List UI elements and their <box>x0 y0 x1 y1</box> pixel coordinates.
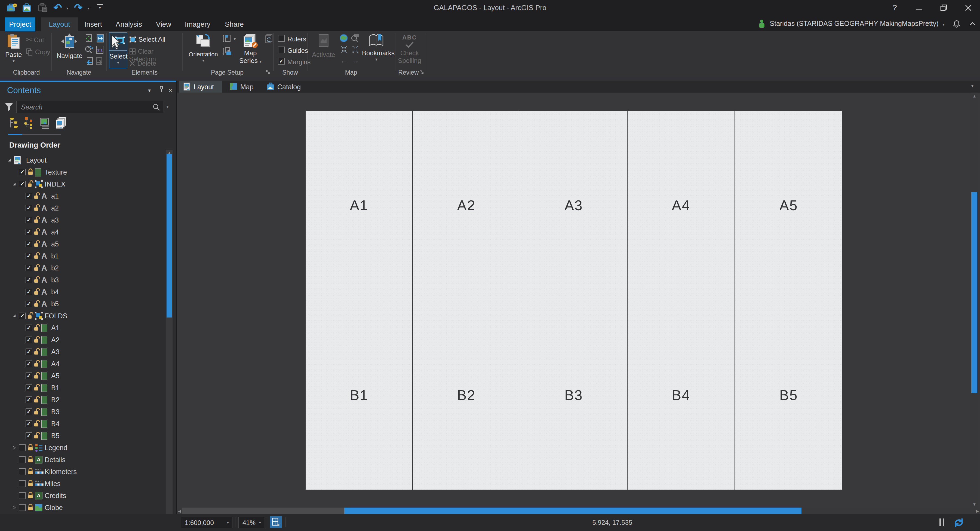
tree-item-b5[interactable]: ✓B5 <box>0 430 166 442</box>
refresh-view-button[interactable] <box>953 517 965 529</box>
map-series-button[interactable]: Map Series ▾ <box>237 32 263 69</box>
tree-item-b1[interactable]: ✓B1 <box>0 382 166 394</box>
vertical-scrollbar[interactable]: ▲ ▼ <box>970 92 978 507</box>
navigate-button[interactable]: Navigate <box>57 32 82 69</box>
tree-item-a4[interactable]: ✓Aa4 <box>0 226 166 238</box>
visibility-checkbox[interactable]: ✓ <box>25 408 32 415</box>
visibility-checkbox[interactable] <box>19 492 25 499</box>
show-toggle-rulers[interactable]: Rulers <box>278 35 305 45</box>
horizontal-scrollbar[interactable]: ◀ ▶ <box>177 507 980 514</box>
tree-item-b1[interactable]: ✓Ab1 <box>0 250 166 262</box>
visibility-checkbox[interactable] <box>19 504 25 511</box>
refresh-series-button[interactable] <box>264 34 274 45</box>
visibility-checkbox[interactable]: ✓ <box>25 277 32 283</box>
scale-dropdown[interactable]: 1:600,000 ▾ <box>181 517 232 528</box>
show-toggle-margins[interactable]: ✓Margins <box>278 57 305 67</box>
ribbon-tab-insert[interactable]: Insert <box>82 18 105 31</box>
minimize-button[interactable] <box>913 2 926 13</box>
scroll-left-icon[interactable]: ◀ <box>178 509 181 513</box>
delete-button[interactable]: Delete <box>129 60 181 70</box>
visibility-checkbox[interactable]: ✓ <box>25 397 32 403</box>
contents-scrollbar[interactable]: ▲ ▼ <box>166 150 173 520</box>
visibility-checkbox[interactable]: ✓ <box>25 205 32 211</box>
visibility-checkbox[interactable]: ✓ <box>25 301 32 307</box>
tree-item-a3[interactable]: ✓Aa3 <box>0 214 166 226</box>
cut-button[interactable]: ✂ Cut <box>26 36 51 46</box>
expand-panes-icon[interactable]: ↖↗↙↘ <box>350 45 360 55</box>
help-button[interactable]: ? <box>889 2 901 13</box>
bookmarks-button[interactable]: Bookmarks ▾ <box>362 32 391 69</box>
review-launcher[interactable] <box>419 69 425 75</box>
scroll-up-icon[interactable]: ▲ <box>972 94 977 98</box>
orientation-button[interactable]: Orientation ▾ <box>187 32 220 69</box>
visibility-checkbox[interactable]: ✓ <box>25 217 32 223</box>
visibility-checkbox[interactable]: ✓ <box>19 181 25 187</box>
tree-item-a3[interactable]: ✓A3 <box>0 346 166 358</box>
collapse-panes-icon[interactable]: ↘↙↗↖ <box>339 45 349 55</box>
account-area[interactable]: Staridas (STARIDAS GEOGRAPHY MakingMapsP… <box>758 19 976 30</box>
tab-overflow-caret-icon[interactable]: ▾ <box>971 83 974 88</box>
page-size-button[interactable]: ▾ <box>223 34 235 45</box>
next-view-button[interactable]: → <box>350 56 360 66</box>
ribbon-tab-imagery[interactable]: Imagery <box>183 18 212 31</box>
visibility-checkbox[interactable]: ✓ <box>25 421 32 427</box>
tree-item-a2[interactable]: ✓A2 <box>0 334 166 346</box>
horizontal-scrollbar-thumb[interactable] <box>344 507 802 514</box>
zoom-to-selected-button[interactable] <box>84 45 94 55</box>
previous-extent-button[interactable] <box>84 56 94 66</box>
collapse-expander-icon[interactable] <box>7 158 11 163</box>
tab-list-by-element-type[interactable] <box>24 116 36 130</box>
collapse-expander-icon[interactable] <box>12 182 16 187</box>
rulers-checkbox[interactable] <box>278 35 285 41</box>
previous-view-button[interactable]: ← <box>339 56 349 66</box>
notifications-bell-icon[interactable] <box>953 20 961 28</box>
check-spelling-button[interactable]: ABC Check Spelling <box>397 32 422 69</box>
ribbon-tab-project[interactable]: Project <box>5 18 35 31</box>
page-setup-launcher[interactable] <box>266 69 271 75</box>
tab-list-by-drawing-order[interactable] <box>8 116 20 130</box>
view-tab-catalog[interactable]: Catalog <box>263 81 308 92</box>
search-options-caret-icon[interactable]: ▾ <box>167 105 169 109</box>
tree-item-miles[interactable]: 0 5 10Miles <box>0 478 166 490</box>
tree-item-a4[interactable]: ✓A4 <box>0 358 166 370</box>
margins-checkbox[interactable]: ✓ <box>278 58 285 65</box>
panel-pin-icon[interactable] <box>158 86 164 94</box>
tree-item-a1[interactable]: ✓A1 <box>0 322 166 334</box>
tree-item-layout[interactable]: Layout <box>0 154 166 166</box>
visibility-checkbox[interactable]: ✓ <box>25 360 32 367</box>
visibility-checkbox[interactable]: ✓ <box>25 289 32 295</box>
ribbon-tab-view[interactable]: View <box>153 18 174 31</box>
visibility-checkbox[interactable]: ✓ <box>25 349 32 355</box>
layout-page[interactable]: A1A2A3A4A5B1B2B3B4B5 <box>305 111 842 490</box>
tree-item-b4[interactable]: ✓Ab4 <box>0 286 166 298</box>
view-tab-layout[interactable]: Layout✕ <box>179 81 222 92</box>
visibility-checkbox[interactable]: ✓ <box>19 313 25 319</box>
tree-item-b5[interactable]: ✓Ab5 <box>0 298 166 310</box>
select-all-button[interactable]: Select All <box>129 36 181 46</box>
scroll-down-icon[interactable]: ▼ <box>972 502 977 507</box>
zoom-one-to-one-button[interactable]: 1:1 <box>95 45 105 55</box>
contents-scrollbar-thumb[interactable] <box>167 154 172 317</box>
tree-item-folds[interactable]: ✓FOLDS <box>0 310 166 322</box>
activate-button[interactable]: Activate <box>310 32 337 69</box>
collapse-ribbon-icon[interactable] <box>969 21 976 27</box>
tree-item-kilometers[interactable]: 0 5 10Kilometers <box>0 466 166 478</box>
tree-item-a5[interactable]: ✓Aa5 <box>0 238 166 250</box>
search-input[interactable]: Search <box>16 101 164 113</box>
restore-button[interactable] <box>937 2 950 13</box>
next-extent-button[interactable] <box>95 56 105 66</box>
ribbon-tab-layout[interactable]: Layout <box>41 18 78 31</box>
visibility-checkbox[interactable] <box>19 468 25 475</box>
tree-item-b3[interactable]: ✓Ab3 <box>0 274 166 286</box>
tree-item-b2[interactable]: ✓B2 <box>0 394 166 406</box>
globe-view-button[interactable] <box>339 33 349 43</box>
visibility-checkbox[interactable] <box>19 445 25 451</box>
tab-list-map-frame[interactable] <box>39 116 52 130</box>
ribbon-tab-share[interactable]: Share <box>224 18 245 31</box>
visibility-checkbox[interactable]: ✓ <box>25 373 32 379</box>
visibility-checkbox[interactable]: ✓ <box>25 336 32 343</box>
paste-button[interactable]: Paste ▾ <box>4 32 24 69</box>
tree-item-b2[interactable]: ✓Ab2 <box>0 262 166 274</box>
tree-item-index[interactable]: ✓INDEX <box>0 178 166 190</box>
visibility-checkbox[interactable]: ✓ <box>25 384 32 391</box>
